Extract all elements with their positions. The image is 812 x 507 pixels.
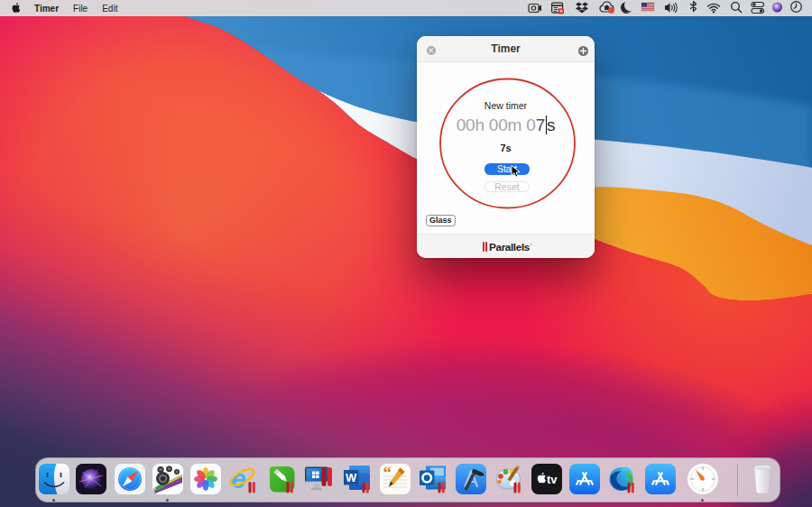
svg-text:W: W xyxy=(346,471,357,484)
svg-text:Parallels: Parallels xyxy=(489,241,531,254)
svg-text:tv: tv xyxy=(547,473,558,486)
svg-text:“: “ xyxy=(383,464,392,482)
